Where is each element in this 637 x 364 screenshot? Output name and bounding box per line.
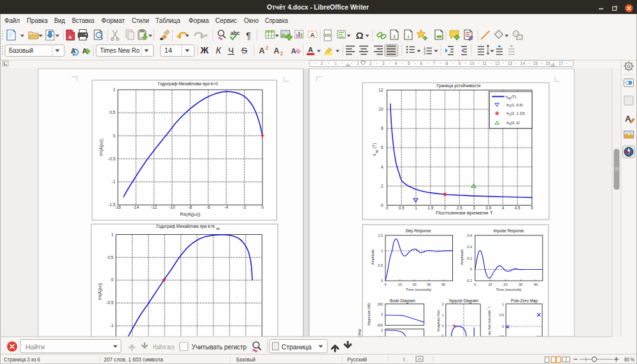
svg-text:3.5: 3.5 <box>485 206 491 210</box>
svg-text:10: 10 <box>378 107 383 111</box>
svg-text:кр: кр <box>217 227 220 230</box>
svg-text:Nyquist Diagram: Nyquist Diagram <box>449 298 478 304</box>
svg-text:1: 1 <box>415 206 417 210</box>
svg-text:Правка: Правка <box>27 17 48 24</box>
svg-text:7: 7 <box>433 61 435 66</box>
svg-text:Постоянная времени T: Постоянная времени T <box>436 211 493 216</box>
svg-text:Базовый: Базовый <box>9 46 33 54</box>
svg-text:Impulse Response: Impulse Response <box>494 228 524 234</box>
svg-text:1.5: 1.5 <box>427 206 433 210</box>
svg-text:..: .. <box>406 358 408 362</box>
svg-text:8: 8 <box>381 126 383 130</box>
svg-text:(deg): (deg) <box>357 329 361 337</box>
svg-text:10: 10 <box>489 283 492 286</box>
svg-text:2: 2 <box>320 61 323 66</box>
svg-text:Amplitude: Amplitude <box>371 249 375 265</box>
svg-text:6: 6 <box>420 61 423 66</box>
svg-text:Страница: Страница <box>282 343 312 351</box>
svg-text:17: 17 <box>559 61 564 66</box>
svg-text:14: 14 <box>164 46 172 54</box>
svg-text:Граница устойчивости: Граница устойчивости <box>437 83 481 88</box>
svg-text:Magnitude (dB): Magnitude (dB) <box>367 303 371 326</box>
svg-text:Вид: Вид <box>54 17 65 24</box>
svg-text:A: A <box>68 34 72 40</box>
svg-text:(3, 2): (3, 2) <box>511 121 520 125</box>
svg-text:0: 0 <box>111 277 113 282</box>
svg-text:4: 4 <box>502 206 505 210</box>
svg-text:Найти: Найти <box>25 343 45 351</box>
svg-text:Im(A(jω)): Im(A(jω)) <box>99 139 104 156</box>
svg-text:0.6: 0.6 <box>467 234 472 237</box>
svg-text:(1, 0.5): (1, 0.5) <box>511 103 523 107</box>
svg-text:A: A <box>310 32 315 38</box>
svg-text:2: 2 <box>444 206 447 210</box>
svg-text:2: 2 <box>280 50 283 57</box>
svg-text:1: 1 <box>111 232 113 237</box>
svg-text:¶: ¶ <box>246 31 251 41</box>
svg-text:ary Axis (seconds¯¹): ary Axis (seconds¯¹) <box>487 306 491 335</box>
svg-text:0: 0 <box>381 279 383 283</box>
svg-text:0: 0 <box>381 203 383 207</box>
svg-text:1: 1 <box>357 61 359 66</box>
svg-text:20: 20 <box>503 283 507 286</box>
svg-text:Ж: Ж <box>200 45 209 55</box>
svg-text:(T): (T) <box>372 143 377 148</box>
svg-text:Im(A(jω)): Im(A(jω)) <box>97 283 103 300</box>
svg-text:-10: -10 <box>169 205 175 209</box>
svg-text:1: 1 <box>393 34 396 39</box>
svg-text:9: 9 <box>458 61 461 66</box>
svg-text:2.5: 2.5 <box>457 206 462 210</box>
svg-text:Pole-Zero Map: Pole-Zero Map <box>511 298 538 304</box>
svg-text:-1: -1 <box>110 323 113 328</box>
svg-text:0: 0 <box>470 267 472 271</box>
svg-text:200: 200 <box>378 302 383 306</box>
svg-text:40: 40 <box>534 283 538 286</box>
svg-text:Стили: Стили <box>132 17 149 24</box>
svg-text:12: 12 <box>495 61 500 66</box>
svg-text:5: 5 <box>531 206 533 210</box>
svg-text:0.2: 0.2 <box>467 256 472 260</box>
svg-text:Times New Ro: Times New Ro <box>100 46 140 54</box>
svg-text:0.5: 0.5 <box>110 110 115 115</box>
svg-text:40: 40 <box>441 283 445 286</box>
svg-text:1: 1 <box>442 313 444 317</box>
svg-text:0: 0 <box>381 328 383 332</box>
svg-text:Найти все: Найти все <box>153 344 175 351</box>
svg-text:2: 2 <box>369 61 372 66</box>
svg-text:-6: -6 <box>206 205 210 209</box>
svg-text:0.5: 0.5 <box>378 263 383 267</box>
svg-text:10: 10 <box>398 283 402 286</box>
svg-text:Re(A(jω)): Re(A(jω)) <box>180 212 201 217</box>
svg-text:Окно: Окно <box>244 17 259 24</box>
svg-text:Базовый: Базовый <box>236 356 255 363</box>
svg-text:11: 11 <box>482 61 487 66</box>
svg-text:Time (seconds): Time (seconds) <box>406 288 431 291</box>
svg-text:-8: -8 <box>189 205 192 209</box>
svg-text:Ч: Ч <box>228 46 234 55</box>
svg-text:Годограф Михайлова при k=k: Годограф Михайлова при k=k <box>156 224 215 229</box>
svg-text:Ω: Ω <box>355 30 363 41</box>
svg-text:(2, 1.13): (2, 1.13) <box>511 111 525 115</box>
svg-text:30: 30 <box>519 283 522 286</box>
svg-text:-1: -1 <box>111 179 115 184</box>
svg-text:К: К <box>216 45 222 55</box>
svg-text:2: 2 <box>381 184 383 188</box>
svg-text:кр: кр <box>375 150 378 153</box>
svg-text:14: 14 <box>520 61 526 66</box>
svg-text:-14: -14 <box>133 205 140 209</box>
svg-text:A: A <box>259 46 264 55</box>
svg-text:0: 0 <box>381 312 383 316</box>
svg-text:A: A <box>291 47 296 55</box>
svg-text:-0.5: -0.5 <box>106 300 114 305</box>
svg-text:i: i <box>408 34 409 39</box>
svg-text:Amplitude: Amplitude <box>460 249 464 265</box>
svg-text:5: 5 <box>408 61 410 66</box>
svg-text:Русский: Русский <box>347 356 367 363</box>
svg-text:-16: -16 <box>115 205 121 209</box>
svg-text:4: 4 <box>381 165 383 169</box>
svg-text:Файл: Файл <box>4 17 20 24</box>
svg-text:-0.2: -0.2 <box>466 279 472 283</box>
svg-text:A: A <box>273 46 279 55</box>
svg-text:16: 16 <box>546 61 551 66</box>
svg-text:A: A <box>308 46 313 53</box>
